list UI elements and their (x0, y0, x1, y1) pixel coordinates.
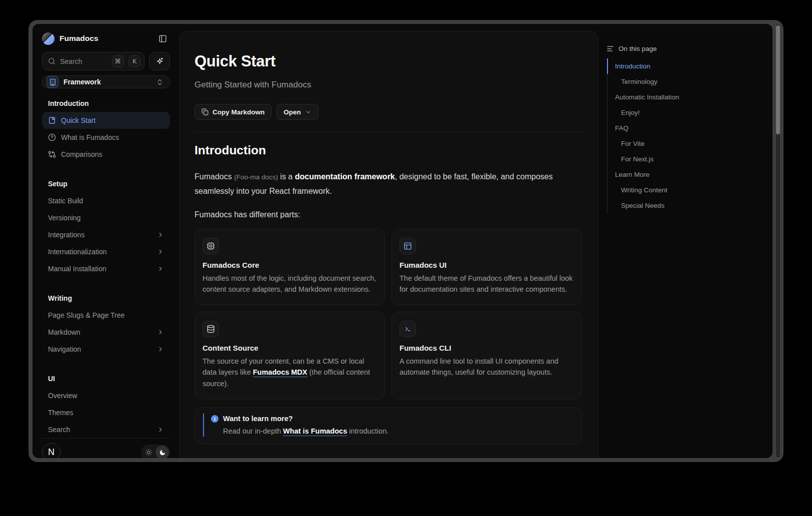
sidebar-item-quick-start[interactable]: Quick Start (42, 112, 170, 129)
parts-paragraph: Fumadocs has different parts: (194, 208, 582, 222)
brand-title: Fumadocs (60, 34, 98, 43)
kbd-cmd: ⌘ (112, 55, 124, 67)
dark-theme-button[interactable] (156, 446, 169, 458)
sidebar-item-overview[interactable]: Overview (42, 387, 170, 404)
building-icon (46, 76, 58, 88)
search-row: Search ⌘ K (42, 52, 170, 70)
sidebar-item-page-slugs[interactable]: Page Slugs & Page Tree (42, 307, 170, 324)
toc-item-automatic-installation[interactable]: Automatic Installation (607, 89, 768, 105)
search-input[interactable]: Search ⌘ K (42, 52, 144, 70)
callout-body-post: introduction. (347, 427, 388, 435)
intro-mid-text: is a (278, 172, 295, 181)
sidebar-item-manual-installation[interactable]: Manual Installation (42, 260, 170, 277)
toc-item-label: Writing Content (621, 186, 668, 194)
open-button[interactable]: Open (276, 104, 318, 120)
chevron-right-icon (157, 346, 164, 353)
intro-pronunciation: (Foo-ma docs) (234, 173, 278, 181)
sidebar-header: Fumadocs (42, 31, 170, 46)
sidebar-item-markdown[interactable]: Markdown (42, 324, 170, 341)
toc-header: On this page (606, 45, 768, 52)
framework-selector-label: Framework (64, 78, 151, 86)
sidebar-item-label: Comparisons (61, 150, 102, 158)
light-theme-button[interactable] (142, 446, 156, 458)
toc-item-for-nextjs[interactable]: For Next.js (607, 151, 768, 167)
toc-title: On this page (618, 45, 657, 52)
card-title: Fumadocs Core (202, 261, 377, 269)
introduction-heading: Introduction (194, 143, 582, 157)
nav-group-header-writing: Writing (42, 290, 170, 307)
sidebar-item-search[interactable]: Search (42, 421, 170, 438)
toc-item-label: Automatic Installation (615, 93, 679, 101)
ai-search-button[interactable] (149, 52, 170, 70)
fumadocs-mdx-link[interactable]: Fumadocs MDX (253, 368, 308, 376)
chevron-right-icon (157, 329, 164, 336)
sidebar-item-label: Overview (48, 392, 77, 400)
page-title: Quick Start (194, 52, 582, 70)
search-icon (48, 57, 56, 65)
search-placeholder: Search (60, 57, 108, 65)
toc-item-label: Terminology (621, 78, 658, 85)
toc-item-label: Learn More (615, 171, 650, 178)
toc-item-for-vite[interactable]: For Vite (607, 136, 768, 151)
info-callout: i Want to learn more? Read our in-depth … (194, 407, 582, 444)
toc-item-label: Special Needs (621, 202, 664, 209)
sidebar-item-internationalization[interactable]: Internationalization (42, 243, 170, 260)
toc-item-special-needs[interactable]: Special Needs (607, 198, 768, 213)
sidebar-item-what-is-fumadocs[interactable]: What is Fumadocs (42, 129, 170, 146)
sidebar-item-integrations[interactable]: Integrations (42, 226, 170, 243)
align-left-icon (606, 45, 614, 52)
window-scrollbar-track[interactable] (776, 24, 780, 458)
toc-item-writing-content[interactable]: Writing Content (607, 182, 768, 198)
callout-body-pre: Read our in-depth (223, 427, 283, 435)
what-is-fumadocs-link[interactable]: What is Fumadocs (283, 427, 347, 435)
sidebar-toggle-button[interactable] (155, 31, 170, 46)
sidebar-item-label: What is Fumadocs (61, 133, 119, 141)
chevron-right-icon (157, 231, 164, 238)
card-fumadocs-ui[interactable]: Fumadocs UI The default theme of Fumadoc… (392, 229, 582, 305)
copy-icon (202, 108, 208, 115)
framework-selector[interactable]: Framework (42, 75, 170, 88)
moon-icon (159, 449, 166, 456)
card-fumadocs-core[interactable]: Fumadocs Core Handles most of the logic,… (194, 229, 385, 305)
sidebar: Fumadocs Search ⌘ K (32, 24, 176, 458)
sparkles-icon (156, 57, 164, 65)
toc-item-label: FAQ (615, 124, 628, 132)
sidebar-item-label: Quick Start (61, 116, 96, 124)
window-scrollbar-thumb[interactable] (776, 25, 780, 134)
circle-help-icon (48, 133, 56, 141)
chevron-right-icon (157, 248, 164, 255)
sidebar-item-label: Internationalization (48, 248, 107, 256)
toc-item-terminology[interactable]: Terminology (607, 74, 768, 89)
card-description: The source of your content, can be a CMS… (202, 356, 377, 390)
sidebar-item-comparisons[interactable]: Comparisons (42, 146, 170, 163)
sidebar-item-versioning[interactable]: Versioning (42, 209, 170, 226)
copy-markdown-button[interactable]: Copy Markdown (194, 104, 272, 120)
sidebar-item-label: Integrations (48, 231, 84, 239)
sidebar-item-label: Search (48, 426, 70, 434)
nav-group-header-setup: Setup (42, 176, 170, 192)
toc-item-enjoy[interactable]: Enjoy! (607, 105, 768, 120)
card-content-source[interactable]: Content Source The source of your conten… (194, 312, 385, 400)
page-subtitle: Getting Started with Fumadocs (194, 80, 582, 90)
sidebar-item-label: Navigation (48, 345, 81, 353)
callout-header: i Want to learn more? (211, 415, 574, 423)
panels-layout-icon (400, 238, 416, 254)
callout-title: Want to learn more? (223, 415, 293, 423)
card-fumadocs-cli[interactable]: Fumadocs CLI A command line tool to inst… (392, 312, 582, 400)
card-title: Fumadocs UI (400, 261, 574, 269)
chevron-down-icon (305, 109, 312, 115)
nextjs-logo[interactable]: N (42, 443, 60, 458)
sidebar-item-static-build[interactable]: Static Build (42, 192, 170, 209)
content-divider (194, 132, 582, 132)
sidebar-item-themes[interactable]: Themes (42, 404, 170, 421)
sidebar-item-label: Static Build (48, 197, 83, 205)
toc-item-faq[interactable]: FAQ (607, 120, 768, 136)
app-surface: Fumadocs Search ⌘ K (32, 24, 772, 458)
toc-item-introduction[interactable]: Introduction (607, 58, 768, 74)
card-title: Fumadocs CLI (400, 344, 574, 352)
sidebar-item-label: Markdown (48, 328, 80, 336)
nextjs-logo-letter: N (48, 447, 54, 458)
toc-item-learn-more[interactable]: Learn More (607, 167, 768, 182)
open-label: Open (284, 108, 301, 116)
sidebar-item-navigation[interactable]: Navigation (42, 341, 170, 358)
